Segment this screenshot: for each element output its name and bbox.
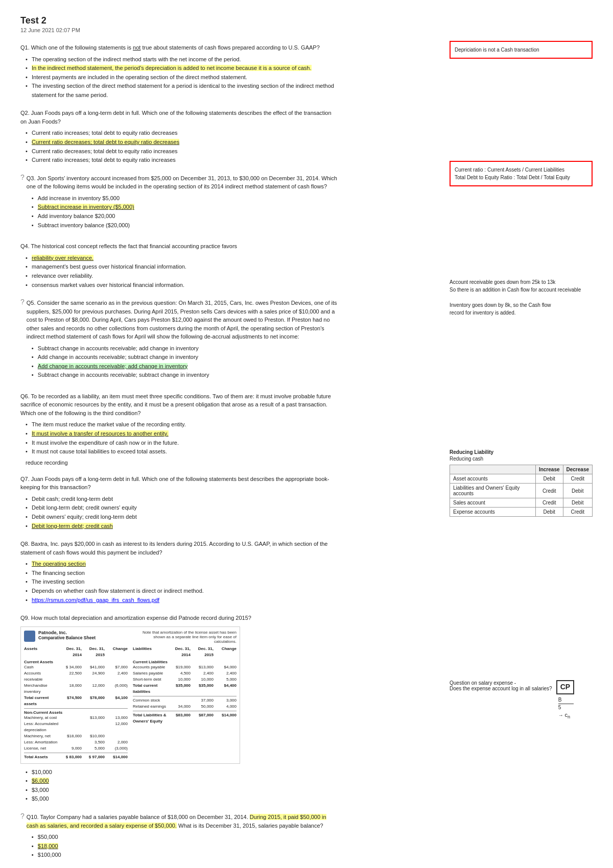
question-8: Q8. Baxtra, Inc. pays $20,000 in cash as…	[20, 540, 337, 605]
q10-sidebar-note: Question on salary expense - Does the ex…	[450, 680, 552, 691]
q5-text: Q5. Consider the same scenario as in the…	[27, 299, 337, 341]
q5-note-line5: record for inventory is added.	[450, 309, 593, 317]
q7-text: Q7. Juan Foods pays off a long-term debt…	[20, 475, 337, 492]
question-2: Q2. Juan Foods pays off a long-term debt…	[20, 109, 337, 164]
q7-sidebar-title2: Reducing cash	[450, 456, 593, 462]
q7-bullet-2: Debit long-term debt; credit owners' equ…	[26, 503, 337, 513]
q2-sidebar-box: Current ratio : Current Assets / Current…	[450, 161, 593, 186]
q6-bullet-3: It must involve the expenditure of cash …	[26, 439, 337, 448]
q4-bullet-4: consensus market values over historical …	[26, 281, 337, 290]
bs-company: Patnode, Inc.	[38, 630, 96, 635]
q5-sidebar-area: Account receivable goes down from 25k to…	[450, 278, 593, 317]
cp-box: CP	[556, 680, 574, 694]
q1-sidebar-box: Depriciation is not a Cash transaction	[450, 41, 593, 59]
q4-text: Q4. The historical cost concept reflects…	[20, 242, 337, 251]
main-content: Q1. Which one of the following statement…	[20, 43, 337, 868]
bs-logo	[24, 631, 35, 642]
q7-row2-increase: Credit	[535, 484, 563, 498]
q1-bullet-1: The operating section of the indirect me…	[26, 55, 337, 64]
page-date: 12 June 2021 02:07 PM	[20, 27, 593, 33]
q5-sidebar-note: Account receivable goes down from 25k to…	[450, 278, 593, 317]
bs-assets: Assets Dec. 31, 2014 Dec. 31, 2015 Chang…	[24, 646, 128, 760]
q8-bullet-1: The operating section	[26, 560, 337, 569]
q10-note-line1: Question on salary expense -	[450, 680, 552, 686]
q1-sidebar-area: Depriciation is not a Cash transaction	[450, 41, 593, 59]
q2-sidebar-line2: Total Debt to Equity Ratio : Total Debt …	[455, 174, 587, 181]
q5-note-line2: So there is an addition in Cash flow for…	[450, 286, 593, 294]
q5-note-line1: Account receivable goes down from 25k to…	[450, 278, 593, 286]
q1-sidebar-text: Depriciation is not a Cash transaction	[455, 47, 539, 53]
q2-bullet-2: Current ratio decreases; total debt to e…	[26, 138, 337, 147]
q10-cp-block: Question on salary expense - Does the ex…	[450, 680, 593, 720]
q7-sidebar-area: Reducing Liability Reducing cash Increas…	[450, 449, 593, 517]
table-row: Expense accounts Debit Credit	[450, 508, 593, 517]
q4-bullet-2: management's best guess over historical …	[26, 262, 337, 272]
q6-bullet-1: The item must reduce the market value of…	[26, 420, 337, 429]
q9-bullet-4: $5,000	[26, 794, 337, 804]
q8-text: Q8. Baxtra, Inc. pays $20,000 in cash as…	[20, 540, 337, 557]
q8-bullet-2: The financing section	[26, 569, 337, 578]
q7-row4-label: Expense accounts	[450, 508, 536, 517]
q7-row1-decrease: Credit	[563, 474, 592, 484]
q9-bullets: $10,000 $6,000 $3,000 $5,000	[26, 768, 337, 804]
question-5: ? Q5. Consider the same scenario as in t…	[20, 299, 337, 383]
q7-row3-increase: Credit	[535, 498, 563, 508]
question-10: ? Q10. Taylor Company had a salaries pay…	[20, 813, 337, 863]
q6-bullet-2: It must involve a transfer of resources …	[26, 429, 337, 439]
q8-bullet-3: The investing section	[26, 577, 337, 587]
balance-sheet: Patnode, Inc. Comparative Balance Sheet …	[20, 626, 240, 764]
bs-current-liab-title: Current Liabilities	[133, 660, 237, 664]
q5-bullets: Subtract change in accounts receivable; …	[32, 344, 337, 380]
question-9: Q9. How much total depreciation and amor…	[20, 614, 337, 804]
q3-bullet-4: Subtract inventory balance ($20,000)	[32, 221, 337, 230]
q5-bullet-3: Add change in accounts receivable; add c…	[32, 362, 337, 371]
q3-bullet-3: Add inventory balance $20,000	[32, 212, 337, 221]
q7-row1-label: Asset accounts	[450, 474, 536, 484]
q10-bullets: $50,000 $18,000 $100,000	[32, 833, 337, 860]
question-4: Q4. The historical cost concept reflects…	[20, 242, 337, 290]
q10-text: Q10. Taylor Company had a salaries payab…	[27, 813, 337, 830]
q5-note-line4: Inventory goes down by 8k, so the Cash f…	[450, 301, 593, 309]
question-1: Q1. Which one of the following statement…	[20, 43, 337, 100]
q8-bullet-4: Depends on whether cash flow statement i…	[26, 587, 337, 596]
q3-text: Q3. Jon Sports' inventory account increa…	[27, 174, 337, 191]
q5-marker: ?	[20, 298, 25, 306]
bs-grid: Assets Dec. 31, 2014 Dec. 31, 2015 Chang…	[24, 646, 237, 760]
q2-sidebar-line1: Current ratio : Current Assets / Current…	[455, 166, 587, 174]
q7-row3-label: Sales account	[450, 498, 536, 508]
question-6: Q6. To be recorded as a liability, an it…	[20, 392, 337, 466]
q10-note-line2: Does the expense account log in all sala…	[450, 686, 552, 691]
q5-bullet-4: Subtract change in accounts receivable; …	[32, 371, 337, 380]
q6-bullets: The item must reduce the market value of…	[26, 420, 337, 456]
q2-bullet-1: Current ratio increases; total debt to e…	[26, 129, 337, 138]
q7-row1-increase: Debit	[535, 474, 563, 484]
q5-bullet-1: Subtract change in accounts receivable; …	[32, 344, 337, 353]
q9-text: Q9. How much total depreciation and amor…	[20, 614, 337, 622]
q7-row2-decrease: Debit	[563, 484, 592, 498]
q10-marker: ?	[20, 812, 25, 820]
q7-bullets: Debit cash; credit long-term debt Debit …	[26, 495, 337, 531]
q10-bullet-2: $18,000	[32, 842, 337, 851]
page-container: Test 2 12 June 2021 02:07 PM Q1. Which o…	[0, 0, 613, 868]
q6-bullet-4: It must not cause total liabilities to e…	[26, 447, 337, 456]
q7-bullet-4: Debit long-term debt; credit cash	[26, 522, 337, 531]
q7-bullet-1: Debit cash; credit long-term debt	[26, 495, 337, 504]
q9-bullet-3: $3,000	[26, 786, 337, 795]
q4-bullet-3: relevance over reliability.	[26, 272, 337, 281]
q7-table: Increase Decrease Asset accounts Debit C…	[450, 465, 593, 517]
q2-bullet-3: Current ratio decreases; total debt to e…	[26, 147, 337, 156]
question-7: Q7. Juan Foods pays off a long-term debt…	[20, 475, 337, 531]
q7-col-increase: Increase	[535, 465, 563, 474]
q7-sidebar-title1: Reducing Liability	[450, 449, 593, 455]
q2-sidebar-area: Current ratio : Current Assets / Current…	[450, 161, 593, 186]
q5-bullet-2: Add change in accounts receivable; subtr…	[32, 353, 337, 362]
q8-bullet-5[interactable]: https://rsmus.com/pdf/us_gaap_ifrs_cash_…	[26, 596, 337, 605]
q1-text: Q1. Which one of the following statement…	[20, 43, 337, 52]
q9-bullet-2: $6,000	[26, 777, 337, 786]
q6-note: reduce recording	[26, 460, 337, 466]
table-row: Sales account Credit Debit	[450, 498, 593, 508]
bs-noncurrent-title: Non-Current Assets	[24, 710, 128, 715]
bs-note: Note that amortization of the license as…	[134, 630, 237, 644]
bs-liabilities: Liabilities Dec. 31, 2014 Dec. 31, 2015 …	[133, 646, 237, 760]
bs-current-assets-title: Current Assets	[24, 660, 128, 664]
